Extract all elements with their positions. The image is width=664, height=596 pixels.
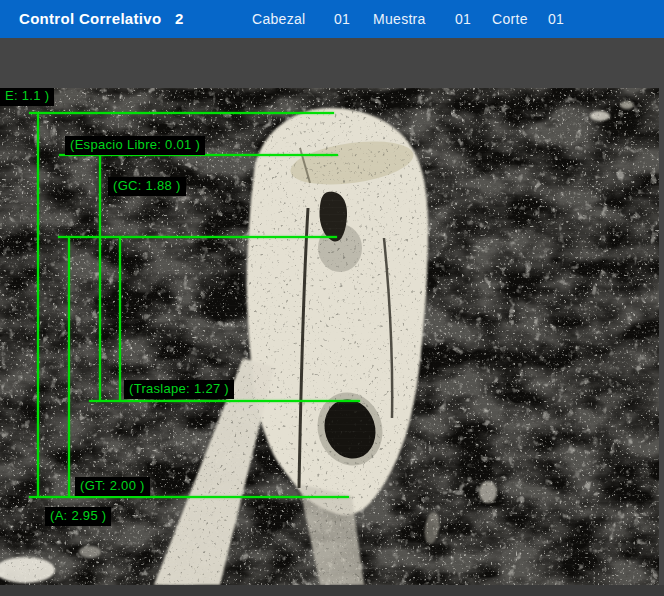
measurement-label-a: (A: 2.95 ) (45, 507, 111, 526)
app-window: { "header": { "title": "Control Correlat… (0, 0, 664, 596)
field-corte-label: Corte (492, 0, 528, 38)
measurement-label-gc: (GC: 1.88 ) (108, 177, 186, 196)
measure-line-traslape-vertical (119, 236, 121, 401)
measure-line-a-vertical (37, 112, 39, 497)
micrograph-viewport[interactable]: E: 1.1 ) (Espacio Libre: 0.01 ) (GC: 1.8… (0, 88, 659, 585)
field-corte-value: 01 (548, 0, 564, 38)
measure-line-e-horizontal (29, 112, 334, 114)
measure-line-gc-vertical (99, 154, 101, 401)
bottom-status-strip (0, 585, 664, 596)
field-cabezal-value: 01 (334, 0, 350, 38)
correlative-count: 2 (175, 0, 183, 38)
title-bar: Control Correlativo 2 Cabezal 01 Muestra… (0, 0, 664, 38)
measurement-label-gt: (GT: 2.00 ) (75, 477, 150, 496)
measure-line-gt-vertical (68, 236, 70, 497)
field-muestra-value: 01 (455, 0, 471, 38)
measure-line-gt-horizontal (29, 496, 349, 498)
measurement-label-espacio-libre: (Espacio Libre: 0.01 ) (65, 136, 205, 155)
measure-line-traslape-horizontal (89, 400, 360, 402)
field-cabezal-label: Cabezal (252, 0, 305, 38)
field-muestra-label: Muestra (373, 0, 426, 38)
measurement-label-e: E: 1.1 ) (0, 88, 54, 106)
measure-line-gc-horizontal (58, 236, 337, 238)
app-title: Control Correlativo (19, 0, 161, 38)
measurement-label-traslape: (Traslape: 1.27 ) (124, 380, 234, 399)
